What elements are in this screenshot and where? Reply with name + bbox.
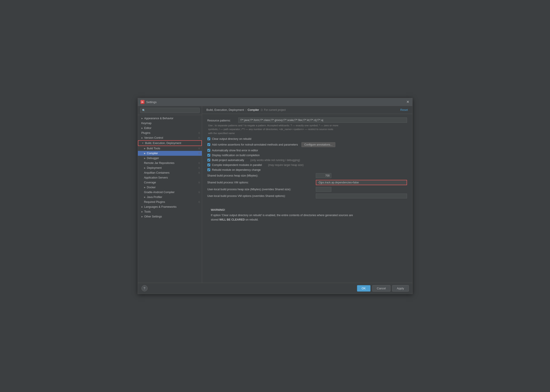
sidebar-item-label: Deployment bbox=[147, 166, 162, 169]
sidebar-item-editor[interactable]: ▶ Editor bbox=[138, 126, 202, 131]
sidebar-item-label: Compiler bbox=[147, 152, 158, 155]
cancel-button[interactable]: Cancel bbox=[372, 285, 390, 292]
user-vm-row: User-local build process VM options (ove… bbox=[207, 194, 407, 198]
sidebar-item-label: Gradle-Android Compiler bbox=[144, 191, 175, 194]
project-label-text: For current project bbox=[264, 108, 286, 112]
checkbox-rebuild-dependency: Rebuild module on dependency change bbox=[207, 168, 407, 171]
sidebar-item-label: Build, Execution, Deployment bbox=[145, 142, 181, 145]
sidebar-item-java-profiler[interactable]: ▶ Java Profiler bbox=[138, 195, 202, 200]
settings-dialog: m Settings ✕ ▶ Appearance & Behavior Key… bbox=[138, 98, 413, 294]
sidebar-item-debugger[interactable]: ▶ Debugger bbox=[138, 156, 202, 161]
title-bar: m Settings ✕ bbox=[138, 98, 412, 106]
project-label: 🗋 For current project bbox=[261, 108, 286, 112]
search-input[interactable] bbox=[140, 108, 200, 113]
sidebar-item-tools[interactable]: ▶ Tools bbox=[138, 209, 202, 214]
main-content: Resource patterns: Use ; to separate pat… bbox=[202, 114, 412, 283]
arrow-icon: ▶ bbox=[144, 167, 146, 169]
reset-button[interactable]: Reset bbox=[400, 108, 408, 112]
resource-label-row: Resource patterns: bbox=[207, 118, 407, 123]
ok-button[interactable]: OK bbox=[357, 285, 371, 292]
arrow-icon: ▶ bbox=[141, 216, 143, 218]
resource-hint: Use ; to separate patterns and ! to nega… bbox=[208, 124, 407, 135]
build-auto-checkbox[interactable] bbox=[207, 159, 210, 161]
arrow-icon: ▶ bbox=[141, 210, 143, 213]
sidebar-item-label: Other Settings bbox=[144, 215, 162, 218]
copy-icon: ⎘ bbox=[198, 152, 200, 155]
copy-icon: ⎘ bbox=[198, 136, 200, 139]
arrow-icon: ▶ bbox=[141, 137, 143, 139]
sidebar-item-required-plugins[interactable]: Required Plugins ⎘ bbox=[138, 200, 202, 204]
clear-output-checkbox[interactable] bbox=[207, 137, 210, 140]
checkbox-auto-show-error: Automatically show first error in editor bbox=[207, 149, 407, 152]
display-notification-checkbox[interactable] bbox=[207, 154, 210, 157]
arrow-icon: ▶ bbox=[141, 117, 143, 119]
sidebar-item-languages[interactable]: ▶ Languages & Frameworks bbox=[138, 204, 202, 209]
arrow-icon: ▶ bbox=[144, 157, 146, 159]
sidebar-item-compiler[interactable]: ▶ Compiler ⎘ bbox=[138, 151, 202, 156]
copy-icon: ⎘ bbox=[198, 147, 200, 150]
apply-button[interactable]: Apply bbox=[392, 285, 409, 292]
compile-parallel-checkbox[interactable] bbox=[207, 163, 210, 166]
main-header: Build, Execution, Deployment › Compiler … bbox=[202, 106, 412, 114]
shared-heap-input[interactable] bbox=[316, 173, 331, 178]
checkbox-build-auto: Build project automatically (only works … bbox=[207, 159, 407, 162]
sidebar-item-gradle-android[interactable]: Gradle-Android Compiler ⎘ bbox=[138, 190, 202, 195]
runtime-assertions-checkbox[interactable] bbox=[207, 143, 210, 146]
sidebar-item-app-servers[interactable]: Application Servers bbox=[138, 175, 202, 180]
compile-parallel-note: (may require larger heap size) bbox=[268, 163, 303, 167]
user-vm-input[interactable] bbox=[316, 194, 407, 198]
sidebar-item-label: Java Profiler bbox=[147, 196, 162, 199]
resource-patterns-input[interactable] bbox=[238, 118, 407, 123]
display-notification-label: Display notification on build completion bbox=[212, 154, 260, 157]
checkbox-runtime-assertions: Add runtime assertions for notnull-annot… bbox=[207, 142, 407, 147]
sidebar-item-remote-jar[interactable]: Remote Jar Repositories ⎘ bbox=[138, 161, 202, 166]
title-bar-left: m Settings bbox=[141, 100, 157, 104]
auto-show-error-checkbox[interactable] bbox=[207, 149, 210, 152]
search-box bbox=[138, 106, 202, 115]
copy-icon: ⎘ bbox=[198, 181, 200, 184]
copy-icon: ⎘ bbox=[198, 132, 200, 134]
shared-vm-label: Shared build process VM options: bbox=[207, 181, 314, 184]
build-auto-label: Build project automatically bbox=[212, 159, 244, 162]
sidebar-item-docker[interactable]: ▶ Docker bbox=[138, 185, 202, 190]
checkbox-clear-output: Clear output directory on rebuild bbox=[207, 137, 407, 140]
sidebar-item-label: Plugins bbox=[141, 131, 150, 134]
sidebar-item-label: Build Tools bbox=[147, 147, 160, 150]
sidebar-item-label: Keymap bbox=[141, 122, 152, 125]
sidebar-item-label: Docker bbox=[147, 186, 156, 189]
arrow-icon: ▶ bbox=[144, 147, 146, 150]
checkbox-compile-parallel: Compile independent modules in parallel … bbox=[207, 163, 407, 167]
sidebar-item-other-settings[interactable]: ▶ Other Settings bbox=[138, 214, 202, 219]
sidebar-item-appearance[interactable]: ▶ Appearance & Behavior bbox=[138, 116, 202, 121]
shared-vm-input[interactable] bbox=[316, 180, 407, 185]
nav-tree: ▶ Appearance & Behavior Keymap ▶ Editor … bbox=[138, 115, 202, 283]
help-button[interactable]: ? bbox=[141, 285, 148, 291]
close-button[interactable]: ✕ bbox=[406, 100, 410, 104]
auto-show-error-label: Automatically show first error in editor bbox=[212, 149, 258, 152]
arrow-icon: ▶ bbox=[144, 152, 146, 154]
sidebar-item-label: Editor bbox=[144, 126, 152, 130]
user-heap-input[interactable] bbox=[316, 187, 331, 192]
sidebar-item-build-tools[interactable]: ▶ Build Tools ⎘ bbox=[138, 146, 202, 151]
sidebar-item-label: Appearance & Behavior bbox=[144, 117, 174, 120]
build-auto-note: (only works while not running / debuggin… bbox=[250, 159, 300, 162]
sidebar-item-coverage[interactable]: Coverage ⎘ bbox=[138, 180, 202, 185]
sidebar-item-plugins[interactable]: Plugins ⎘ bbox=[138, 131, 202, 135]
configure-annotations-button[interactable]: Configure annotations... bbox=[302, 142, 335, 147]
sidebar-item-build-exec[interactable]: ▼ Build, Execution, Deployment bbox=[138, 140, 202, 146]
user-heap-row: User-local build process heap size (Mbyt… bbox=[207, 187, 407, 192]
shared-heap-row: Shared build process heap size (Mbytes): bbox=[207, 173, 407, 178]
user-vm-label: User-local build process VM options (ove… bbox=[207, 195, 314, 197]
sidebar-item-arquillian[interactable]: Arquillian Containers ⎘ bbox=[138, 170, 202, 175]
rebuild-dependency-label: Rebuild module on dependency change bbox=[212, 168, 261, 171]
compile-parallel-label: Compile independent modules in parallel bbox=[212, 163, 262, 167]
warning-title: WARNING! bbox=[211, 208, 403, 212]
sidebar-item-deployment[interactable]: ▶ Deployment ⎘ bbox=[138, 166, 202, 170]
sidebar-item-keymap[interactable]: Keymap bbox=[138, 121, 202, 126]
rebuild-dependency-checkbox[interactable] bbox=[207, 168, 210, 171]
sidebar-item-label: Required Plugins bbox=[144, 200, 165, 203]
copy-icon: ⎘ bbox=[198, 162, 200, 164]
sidebar-item-label: Coverage bbox=[144, 181, 156, 184]
sidebar-item-label: Version Control bbox=[144, 136, 163, 139]
sidebar-item-version-control[interactable]: ▶ Version Control ⎘ bbox=[138, 135, 202, 140]
